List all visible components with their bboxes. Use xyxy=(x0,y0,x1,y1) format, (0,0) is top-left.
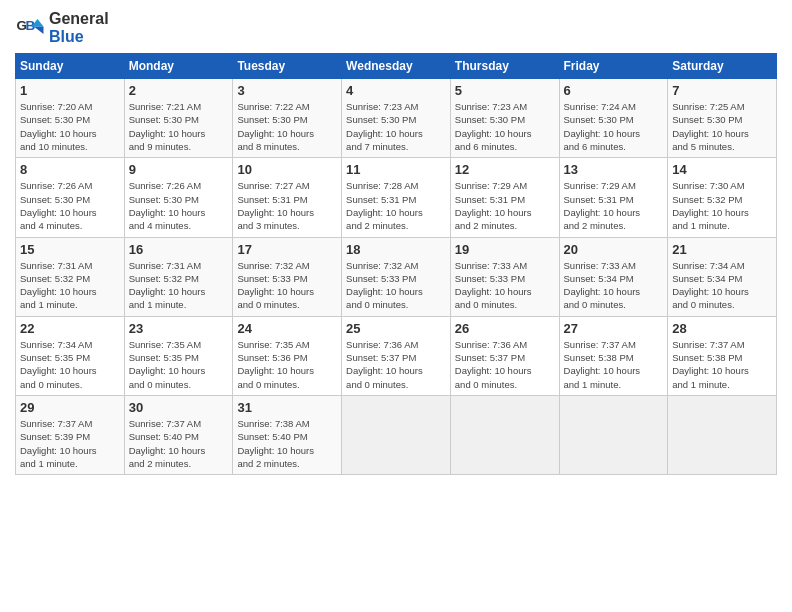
day-cell-18: 18Sunrise: 7:32 AM Sunset: 5:33 PM Dayli… xyxy=(342,237,451,316)
day-cell-empty xyxy=(450,395,559,474)
day-info: Sunrise: 7:30 AM Sunset: 5:32 PM Dayligh… xyxy=(672,179,772,232)
week-row-1: 1Sunrise: 7:20 AM Sunset: 5:30 PM Daylig… xyxy=(16,79,777,158)
day-info: Sunrise: 7:33 AM Sunset: 5:34 PM Dayligh… xyxy=(564,259,664,312)
day-info: Sunrise: 7:33 AM Sunset: 5:33 PM Dayligh… xyxy=(455,259,555,312)
day-cell-15: 15Sunrise: 7:31 AM Sunset: 5:32 PM Dayli… xyxy=(16,237,125,316)
day-info: Sunrise: 7:23 AM Sunset: 5:30 PM Dayligh… xyxy=(455,100,555,153)
day-info: Sunrise: 7:26 AM Sunset: 5:30 PM Dayligh… xyxy=(129,179,229,232)
day-cell-27: 27Sunrise: 7:37 AM Sunset: 5:38 PM Dayli… xyxy=(559,316,668,395)
day-info: Sunrise: 7:37 AM Sunset: 5:38 PM Dayligh… xyxy=(672,338,772,391)
day-number: 5 xyxy=(455,83,555,98)
day-cell-30: 30Sunrise: 7:37 AM Sunset: 5:40 PM Dayli… xyxy=(124,395,233,474)
day-number: 8 xyxy=(20,162,120,177)
day-cell-31: 31Sunrise: 7:38 AM Sunset: 5:40 PM Dayli… xyxy=(233,395,342,474)
day-info: Sunrise: 7:21 AM Sunset: 5:30 PM Dayligh… xyxy=(129,100,229,153)
day-cell-2: 2Sunrise: 7:21 AM Sunset: 5:30 PM Daylig… xyxy=(124,79,233,158)
day-cell-7: 7Sunrise: 7:25 AM Sunset: 5:30 PM Daylig… xyxy=(668,79,777,158)
day-number: 10 xyxy=(237,162,337,177)
week-row-2: 8Sunrise: 7:26 AM Sunset: 5:30 PM Daylig… xyxy=(16,158,777,237)
day-cell-1: 1Sunrise: 7:20 AM Sunset: 5:30 PM Daylig… xyxy=(16,79,125,158)
header-day-thursday: Thursday xyxy=(450,54,559,79)
header-day-monday: Monday xyxy=(124,54,233,79)
day-info: Sunrise: 7:28 AM Sunset: 5:31 PM Dayligh… xyxy=(346,179,446,232)
header-row: SundayMondayTuesdayWednesdayThursdayFrid… xyxy=(16,54,777,79)
day-info: Sunrise: 7:20 AM Sunset: 5:30 PM Dayligh… xyxy=(20,100,120,153)
day-info: Sunrise: 7:35 AM Sunset: 5:35 PM Dayligh… xyxy=(129,338,229,391)
day-number: 1 xyxy=(20,83,120,98)
day-number: 16 xyxy=(129,242,229,257)
day-number: 11 xyxy=(346,162,446,177)
day-cell-5: 5Sunrise: 7:23 AM Sunset: 5:30 PM Daylig… xyxy=(450,79,559,158)
header: G B General Blue xyxy=(15,10,777,45)
page: G B General Blue SundayMondayTuesdayWedn… xyxy=(0,0,792,485)
day-info: Sunrise: 7:36 AM Sunset: 5:37 PM Dayligh… xyxy=(346,338,446,391)
day-cell-10: 10Sunrise: 7:27 AM Sunset: 5:31 PM Dayli… xyxy=(233,158,342,237)
header-day-sunday: Sunday xyxy=(16,54,125,79)
day-number: 24 xyxy=(237,321,337,336)
day-info: Sunrise: 7:31 AM Sunset: 5:32 PM Dayligh… xyxy=(20,259,120,312)
day-cell-19: 19Sunrise: 7:33 AM Sunset: 5:33 PM Dayli… xyxy=(450,237,559,316)
day-cell-29: 29Sunrise: 7:37 AM Sunset: 5:39 PM Dayli… xyxy=(16,395,125,474)
header-day-wednesday: Wednesday xyxy=(342,54,451,79)
day-info: Sunrise: 7:32 AM Sunset: 5:33 PM Dayligh… xyxy=(237,259,337,312)
day-info: Sunrise: 7:38 AM Sunset: 5:40 PM Dayligh… xyxy=(237,417,337,470)
day-cell-16: 16Sunrise: 7:31 AM Sunset: 5:32 PM Dayli… xyxy=(124,237,233,316)
day-cell-14: 14Sunrise: 7:30 AM Sunset: 5:32 PM Dayli… xyxy=(668,158,777,237)
day-number: 28 xyxy=(672,321,772,336)
day-number: 19 xyxy=(455,242,555,257)
day-number: 7 xyxy=(672,83,772,98)
day-number: 12 xyxy=(455,162,555,177)
day-info: Sunrise: 7:29 AM Sunset: 5:31 PM Dayligh… xyxy=(564,179,664,232)
day-info: Sunrise: 7:31 AM Sunset: 5:32 PM Dayligh… xyxy=(129,259,229,312)
day-cell-22: 22Sunrise: 7:34 AM Sunset: 5:35 PM Dayli… xyxy=(16,316,125,395)
day-number: 15 xyxy=(20,242,120,257)
day-cell-23: 23Sunrise: 7:35 AM Sunset: 5:35 PM Dayli… xyxy=(124,316,233,395)
day-info: Sunrise: 7:34 AM Sunset: 5:35 PM Dayligh… xyxy=(20,338,120,391)
day-info: Sunrise: 7:29 AM Sunset: 5:31 PM Dayligh… xyxy=(455,179,555,232)
day-cell-9: 9Sunrise: 7:26 AM Sunset: 5:30 PM Daylig… xyxy=(124,158,233,237)
day-info: Sunrise: 7:34 AM Sunset: 5:34 PM Dayligh… xyxy=(672,259,772,312)
header-day-saturday: Saturday xyxy=(668,54,777,79)
day-cell-20: 20Sunrise: 7:33 AM Sunset: 5:34 PM Dayli… xyxy=(559,237,668,316)
day-info: Sunrise: 7:37 AM Sunset: 5:38 PM Dayligh… xyxy=(564,338,664,391)
logo: G B General Blue xyxy=(15,10,109,45)
day-number: 21 xyxy=(672,242,772,257)
day-cell-12: 12Sunrise: 7:29 AM Sunset: 5:31 PM Dayli… xyxy=(450,158,559,237)
day-number: 17 xyxy=(237,242,337,257)
day-info: Sunrise: 7:24 AM Sunset: 5:30 PM Dayligh… xyxy=(564,100,664,153)
day-cell-6: 6Sunrise: 7:24 AM Sunset: 5:30 PM Daylig… xyxy=(559,79,668,158)
day-number: 23 xyxy=(129,321,229,336)
day-cell-25: 25Sunrise: 7:36 AM Sunset: 5:37 PM Dayli… xyxy=(342,316,451,395)
day-cell-26: 26Sunrise: 7:36 AM Sunset: 5:37 PM Dayli… xyxy=(450,316,559,395)
day-info: Sunrise: 7:32 AM Sunset: 5:33 PM Dayligh… xyxy=(346,259,446,312)
day-number: 29 xyxy=(20,400,120,415)
day-info: Sunrise: 7:37 AM Sunset: 5:39 PM Dayligh… xyxy=(20,417,120,470)
day-number: 20 xyxy=(564,242,664,257)
day-cell-21: 21Sunrise: 7:34 AM Sunset: 5:34 PM Dayli… xyxy=(668,237,777,316)
day-number: 6 xyxy=(564,83,664,98)
header-day-friday: Friday xyxy=(559,54,668,79)
day-number: 25 xyxy=(346,321,446,336)
day-cell-17: 17Sunrise: 7:32 AM Sunset: 5:33 PM Dayli… xyxy=(233,237,342,316)
day-number: 14 xyxy=(672,162,772,177)
day-number: 31 xyxy=(237,400,337,415)
day-number: 4 xyxy=(346,83,446,98)
header-day-tuesday: Tuesday xyxy=(233,54,342,79)
day-cell-empty xyxy=(559,395,668,474)
week-row-3: 15Sunrise: 7:31 AM Sunset: 5:32 PM Dayli… xyxy=(16,237,777,316)
day-cell-4: 4Sunrise: 7:23 AM Sunset: 5:30 PM Daylig… xyxy=(342,79,451,158)
day-number: 3 xyxy=(237,83,337,98)
week-row-4: 22Sunrise: 7:34 AM Sunset: 5:35 PM Dayli… xyxy=(16,316,777,395)
day-cell-13: 13Sunrise: 7:29 AM Sunset: 5:31 PM Dayli… xyxy=(559,158,668,237)
day-info: Sunrise: 7:23 AM Sunset: 5:30 PM Dayligh… xyxy=(346,100,446,153)
day-cell-empty xyxy=(342,395,451,474)
logo-icon: G B xyxy=(15,13,45,43)
day-info: Sunrise: 7:25 AM Sunset: 5:30 PM Dayligh… xyxy=(672,100,772,153)
day-number: 22 xyxy=(20,321,120,336)
day-cell-empty xyxy=(668,395,777,474)
day-info: Sunrise: 7:36 AM Sunset: 5:37 PM Dayligh… xyxy=(455,338,555,391)
day-number: 27 xyxy=(564,321,664,336)
day-number: 2 xyxy=(129,83,229,98)
day-cell-11: 11Sunrise: 7:28 AM Sunset: 5:31 PM Dayli… xyxy=(342,158,451,237)
day-info: Sunrise: 7:35 AM Sunset: 5:36 PM Dayligh… xyxy=(237,338,337,391)
